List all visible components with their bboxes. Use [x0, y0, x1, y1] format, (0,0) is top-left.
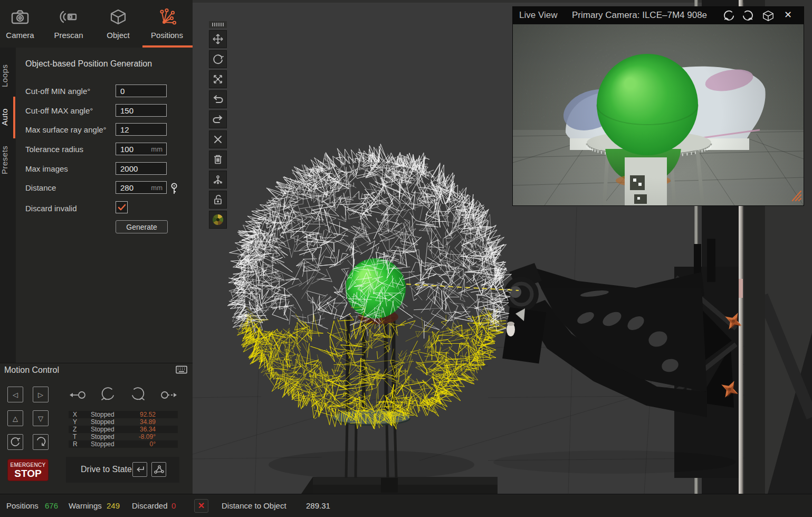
rotate-ccw-icon[interactable]: [723, 10, 735, 24]
scale-tool-button[interactable]: [209, 70, 227, 88]
motion-control-title: Motion Control: [4, 365, 59, 375]
axis-name: X: [73, 411, 77, 418]
side-tab-strip: Loops Auto Presets: [0, 48, 16, 363]
tripod-icon: [212, 174, 224, 185]
delete-button[interactable]: [209, 151, 227, 168]
rotate-cw-icon[interactable]: [129, 386, 147, 405]
cube-icon[interactable]: [762, 10, 775, 24]
scale-icon: [212, 73, 224, 85]
axis-value: 34.89: [119, 418, 156, 426]
redo-button[interactable]: [209, 110, 227, 128]
nav-tab-camera[interactable]: Camera: [3, 4, 37, 48]
positions-icon: [141, 4, 193, 30]
rotate-ccw-icon[interactable]: [99, 386, 117, 405]
live-view-title: Live View: [519, 10, 557, 21]
prescan-icon: [50, 4, 88, 30]
aperture-icon: [212, 213, 224, 226]
cutoff-min-label: Cut-off MIN angle°: [25, 87, 90, 96]
clear-discarded-button[interactable]: ✕: [194, 499, 208, 513]
jog-right-button[interactable]: ▷: [33, 387, 49, 402]
axis-name: R: [73, 440, 78, 448]
distance-input[interactable]: [116, 182, 166, 193]
live-view-panel: Live View Primary Camera: ILCE–7M4 908e …: [512, 6, 804, 206]
drive-path-button[interactable]: [151, 462, 166, 477]
surface-ray-input[interactable]: [116, 124, 166, 135]
generate-button[interactable]: Generate: [116, 220, 168, 233]
active-side-tab-indicator: [13, 97, 15, 138]
axis-status-table: X Stopped 92.52 Y Stopped 34.89 Z Stoppe…: [69, 411, 178, 448]
keyboard-icon[interactable]: [176, 365, 187, 376]
surface-ray-field: [116, 123, 167, 136]
status-bar: Positions 676 Warnings 249 Discarded 0 ✕…: [0, 494, 812, 517]
axis-row-r: R Stopped 0°: [69, 440, 178, 448]
nav-tab-prescan[interactable]: Prescan: [50, 4, 88, 48]
warnings-label: Warnings: [69, 501, 102, 510]
discard-invalid-checkbox[interactable]: [116, 201, 128, 213]
aperture-button[interactable]: [209, 211, 227, 229]
move-icon: [212, 33, 224, 45]
cutoff-min-input[interactable]: [116, 85, 166, 97]
positions-label: Positions: [6, 501, 39, 510]
position-generation-panel: Object-based Position Generation Cut-off…: [16, 48, 193, 363]
camera-icon: [3, 4, 37, 30]
axis-status: Stopped: [91, 411, 114, 418]
rotate-cw-icon[interactable]: [742, 10, 754, 24]
motion-control-panel: Motion Control ◁ ▷ △ ▽ X Stopped: [0, 363, 193, 494]
close-icon[interactable]: ✕: [784, 9, 792, 21]
side-tab-presets[interactable]: Presets: [0, 143, 16, 177]
jog-up-button[interactable]: △: [7, 410, 23, 426]
jog-rotate-cw-button[interactable]: [33, 434, 49, 450]
active-tab-indicator: [142, 45, 193, 48]
tolerance-radius-input[interactable]: [116, 143, 166, 155]
move-tool-button[interactable]: [209, 30, 227, 48]
cube-icon: [100, 4, 136, 30]
jog-down-button[interactable]: ▽: [33, 410, 49, 426]
cutoff-max-input[interactable]: [116, 105, 166, 116]
jog-rotate-ccw-button[interactable]: [7, 434, 23, 450]
max-images-field: [116, 162, 167, 175]
nav-tab-object[interactable]: Object: [100, 4, 136, 48]
rotate-tool-button[interactable]: [209, 50, 227, 68]
check-icon: [118, 204, 126, 211]
discarded-label: Discarded: [132, 501, 168, 510]
axis-status: Stopped: [91, 433, 114, 440]
axis-value: -8.09°: [119, 433, 156, 440]
lock-button[interactable]: [209, 191, 227, 209]
live-view-header[interactable]: Live View Primary Camera: ILCE–7M4 908e …: [513, 7, 804, 24]
live-view-camera-label: Primary Camera: ILCE–7M4 908e: [572, 10, 707, 21]
max-images-label: Max images: [25, 164, 68, 173]
axis-row-y: Y Stopped 34.89: [69, 418, 178, 426]
go-to-end-icon[interactable]: [160, 388, 179, 404]
axis-row-t: T Stopped -8.09°: [69, 433, 178, 440]
top-nav: Camera Prescan Object Positions: [0, 0, 193, 48]
distance-pin-icon[interactable]: [170, 182, 178, 197]
axis-value: 36.34: [119, 426, 156, 433]
drive-execute-button[interactable]: [132, 462, 147, 477]
distance-to-object-label: Distance to Object: [222, 501, 286, 510]
axis-name: T: [73, 433, 77, 440]
close-icon: [213, 134, 223, 145]
undo-button[interactable]: [209, 90, 227, 108]
max-images-input[interactable]: [116, 163, 166, 174]
warnings-value: 249: [107, 501, 120, 510]
linkage-icon: [154, 465, 164, 474]
emergency-stop-button[interactable]: EMERGENCY STOP: [7, 459, 49, 481]
trash-icon: [213, 154, 223, 165]
nav-tab-positions[interactable]: Positions: [141, 4, 193, 48]
resize-handle[interactable]: [787, 188, 802, 204]
side-tab-loops[interactable]: Loops: [0, 59, 16, 92]
viewport-toolbar: [209, 21, 227, 229]
axis-status: Stopped: [91, 418, 114, 426]
go-to-start-icon[interactable]: [68, 388, 87, 404]
toolbar-drag-handle[interactable]: [209, 21, 227, 28]
tripod-tool-button[interactable]: [209, 171, 227, 189]
positions-value: 676: [45, 501, 58, 510]
axis-row-z: Z Stopped 36.34: [69, 426, 178, 433]
tolerance-radius-field: mm: [116, 143, 167, 155]
axis-status: Stopped: [91, 440, 114, 448]
redo-icon: [212, 115, 224, 124]
stop-label: STOP: [8, 468, 48, 480]
tolerance-radius-label: Tolerance radius: [25, 145, 83, 154]
jog-left-button[interactable]: ◁: [7, 387, 23, 402]
deselect-button[interactable]: [209, 130, 227, 148]
